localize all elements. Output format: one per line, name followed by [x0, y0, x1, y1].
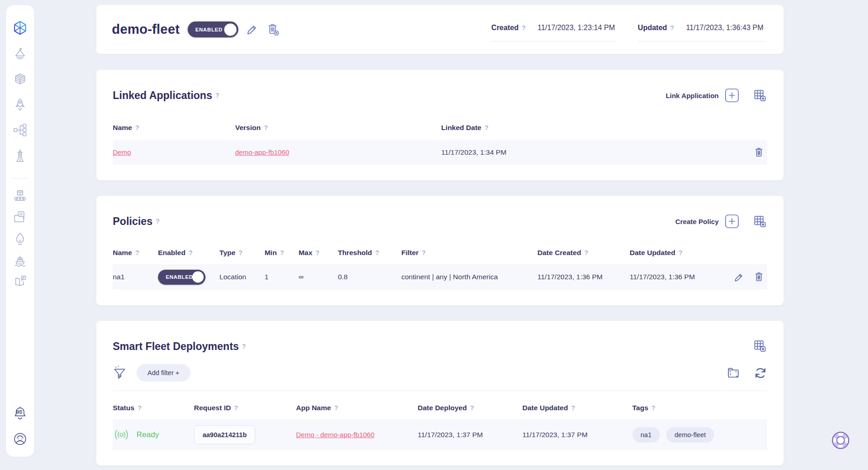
delete-fleet-button[interactable]: [266, 23, 280, 36]
help-icon[interactable]: [470, 404, 474, 412]
account-avatar-icon[interactable]: [12, 431, 28, 447]
deployment-app-link[interactable]: Demo - demo-app-fb1060: [296, 431, 374, 439]
updated-value: 11/17/2023, 1:36:43 PM: [686, 24, 763, 32]
help-icon[interactable]: [584, 249, 589, 256]
policy-min: 1: [264, 273, 268, 281]
column-label: Date Updated: [522, 404, 568, 412]
request-id-value[interactable]: aa90a214211b: [194, 425, 256, 444]
add-filter-button[interactable]: Add filter +: [137, 364, 190, 381]
policy-date-updated: 11/17/2023, 1:36 PM: [630, 273, 695, 281]
column-label: Status: [113, 404, 134, 412]
toggle-knob: [192, 272, 204, 283]
create-policy-button[interactable]: [725, 214, 739, 229]
help-icon[interactable]: [484, 124, 489, 131]
workflow-icon[interactable]: [12, 122, 28, 138]
link-application-label: Link Application: [666, 92, 719, 99]
column-label: Name: [113, 249, 132, 256]
rocket-icon[interactable]: [12, 97, 28, 112]
help-icon[interactable]: [280, 249, 284, 256]
column-label: Date Created: [537, 249, 581, 256]
column-header-actions: [722, 240, 767, 264]
column-header-date-deployed: Date Deployed: [418, 397, 522, 419]
tower-icon[interactable]: [12, 148, 28, 163]
column-label: Max: [299, 249, 312, 256]
help-icon[interactable]: [156, 218, 160, 225]
policy-name: na1: [113, 273, 125, 281]
edit-fleet-button[interactable]: [246, 23, 258, 36]
help-icon[interactable]: [135, 124, 139, 131]
column-header-date-updated: Date Updated: [522, 397, 632, 419]
column-label: Threshold: [338, 249, 372, 256]
help-icon[interactable]: [679, 249, 683, 256]
help-icon[interactable]: [522, 24, 526, 31]
section-title: Smart Fleet Deployments: [113, 339, 239, 353]
toggle-label: ENABLED: [166, 274, 193, 280]
column-label: Filter: [401, 249, 419, 256]
policy-filter: continent | any | North America: [401, 273, 498, 281]
help-icon[interactable]: [334, 404, 338, 412]
help-icon[interactable]: [242, 343, 246, 350]
flame-icon[interactable]: [12, 231, 28, 246]
main-content: demo-fleet ENABLED: [96, 5, 784, 470]
conveyor-icon[interactable]: [12, 188, 28, 204]
help-icon[interactable]: [137, 404, 142, 412]
sidebar: [5, 5, 35, 457]
help-icon[interactable]: [422, 249, 426, 256]
column-label: Linked Date: [441, 124, 481, 131]
column-label: Type: [220, 249, 236, 256]
column-header-threshold: Threshold: [338, 240, 401, 264]
folder-export-icon[interactable]: [726, 367, 740, 379]
policy-enabled-toggle[interactable]: ENABLED: [158, 270, 205, 285]
help-icon[interactable]: [316, 249, 320, 256]
refresh-icon[interactable]: [754, 366, 767, 380]
help-icon[interactable]: [652, 404, 656, 412]
fleet-enabled-toggle[interactable]: ENABLED: [188, 21, 238, 37]
column-label: Min: [264, 249, 277, 256]
column-header-type: Type: [220, 240, 265, 264]
help-lifebuoy-icon[interactable]: [830, 430, 851, 451]
app-name-link[interactable]: Demo: [113, 148, 131, 156]
help-icon[interactable]: [264, 124, 268, 131]
column-header-actions: [729, 117, 767, 140]
edit-policy-button[interactable]: [734, 272, 744, 282]
updated-field: Updated 11/17/2023, 1:36:43 PM: [638, 17, 765, 42]
cube-icon[interactable]: [12, 71, 28, 87]
help-icon[interactable]: [375, 249, 379, 256]
column-header-max: Max: [299, 240, 338, 264]
date-updated-value: 11/17/2023, 1:37 PM: [522, 431, 588, 439]
fleet-header-card: demo-fleet ENABLED: [96, 5, 784, 54]
filter-funnel-icon[interactable]: [113, 366, 126, 380]
help-icon[interactable]: [571, 404, 575, 412]
table-view-icon[interactable]: [753, 89, 767, 103]
policies-card: Policies Create Policy: [96, 195, 784, 306]
created-value: 11/17/2023, 1:23:14 PM: [537, 24, 615, 32]
table-row: Ready aa90a214211b Demo - demo-app-fb106…: [113, 419, 767, 450]
unlink-trash-button[interactable]: [753, 147, 764, 158]
help-icon[interactable]: [135, 249, 139, 256]
help-icon[interactable]: [234, 404, 238, 412]
column-header-enabled: Enabled: [158, 240, 220, 264]
column-header-status: Status: [113, 397, 194, 419]
beacon-icon[interactable]: [12, 46, 28, 61]
table-view-icon[interactable]: [753, 339, 767, 353]
help-icon[interactable]: [670, 24, 674, 31]
column-label: Date Updated: [630, 249, 675, 256]
toggle-label: ENABLED: [195, 27, 223, 32]
date-deployed-value: 11/17/2023, 1:37 PM: [418, 431, 483, 439]
delete-policy-button[interactable]: [753, 272, 764, 282]
ship-icon[interactable]: [12, 252, 28, 268]
notifications-bell-icon[interactable]: [12, 406, 28, 421]
brand-logo-icon[interactable]: [12, 20, 28, 36]
column-label: Request ID: [194, 404, 231, 412]
table-view-icon[interactable]: [753, 214, 767, 229]
updated-label: Updated: [638, 24, 667, 32]
docs-book-icon[interactable]: [12, 274, 28, 289]
app-version-link[interactable]: demo-app-fb1060: [235, 148, 289, 156]
folder-docs-icon[interactable]: [12, 209, 28, 225]
help-icon[interactable]: [189, 249, 193, 256]
sidebar-divider: [12, 178, 28, 178]
column-header-min: Min: [264, 240, 299, 264]
link-application-button[interactable]: [725, 88, 739, 103]
help-icon[interactable]: [239, 249, 243, 256]
help-icon[interactable]: [216, 92, 220, 99]
